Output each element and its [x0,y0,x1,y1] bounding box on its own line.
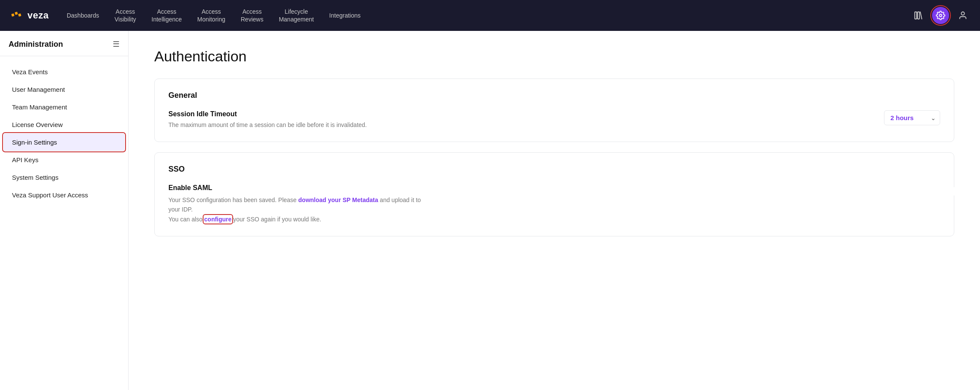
general-card: General Session Idle Timeout The maximum… [154,79,954,142]
svg-point-7 [961,12,964,15]
sidebar-header: Administration ☰ [0,39,128,56]
nav-lifecycle-management[interactable]: Lifecycle Management [273,4,320,27]
sidebar-item-team-management[interactable]: Team Management [3,98,125,116]
session-idle-label-group: Session Idle Timeout The maximum amount … [168,110,854,130]
nav-access-monitoring[interactable]: Access Monitoring [191,4,231,27]
nav-access-reviews[interactable]: Access Reviews [235,4,270,27]
logo-link[interactable]: veza [9,8,49,23]
enable-saml-description: Your SSO configuration has been saved. P… [168,195,434,224]
page-title: Authentication [154,48,954,65]
sidebar-title: Administration [9,40,63,49]
sso-section-title: SSO [168,165,940,174]
topnav-icon-group [910,7,971,24]
sidebar-item-license-overview[interactable]: License Overview [3,116,125,133]
session-idle-control: 30 minutes 1 hour 2 hours 4 hours 8 hour… [863,110,940,125]
nav-access-intelligence[interactable]: Access Intelligence [146,4,188,27]
svg-rect-5 [917,12,920,19]
sidebar-nav: Veza Events User Management Team Managem… [0,63,128,204]
enable-saml-title: Enable SAML [168,184,932,192]
svg-point-0 [9,8,24,23]
main-content: Authentication General Session Idle Time… [129,31,980,390]
sso-card: SSO Enable SAML Your SSO configuration h… [154,152,954,236]
sidebar-item-system-settings[interactable]: System Settings [3,169,125,186]
library-icon-button[interactable] [910,7,927,24]
configure-sso-link[interactable]: configure [204,216,232,223]
veza-logo-icon [9,8,24,23]
sidebar-item-sign-in-settings[interactable]: Sign-in Settings [3,133,125,151]
user-icon-button[interactable] [954,7,971,24]
session-idle-description: The maximum amount of time a session can… [168,121,408,130]
nav-dashboards[interactable]: Dashboards [61,8,105,23]
sidebar: Administration ☰ Veza Events User Manage… [0,31,129,390]
enable-saml-row: Enable SAML Your SSO configuration has b… [168,184,940,224]
sso-desc-part3: You can also [168,216,204,223]
enable-saml-label-group: Enable SAML Your SSO configuration has b… [168,184,932,224]
sidebar-item-api-keys[interactable]: API Keys [3,151,125,169]
gear-icon [936,11,945,20]
general-section-title: General [168,91,940,100]
session-idle-dropdown[interactable]: 30 minutes 1 hour 2 hours 4 hours 8 hour… [884,110,940,125]
session-idle-dropdown-wrapper: 30 minutes 1 hour 2 hours 4 hours 8 hour… [884,110,940,125]
download-sp-metadata-link[interactable]: download your SP Metadata [298,197,378,203]
sidebar-item-veza-events[interactable]: Veza Events [3,63,125,81]
top-navigation: veza Dashboards Access Visibility Access… [0,0,980,31]
sso-desc-part1: Your SSO configuration has been saved. P… [168,197,298,203]
page-layout: Administration ☰ Veza Events User Manage… [0,31,980,390]
user-icon [958,11,968,20]
session-idle-label: Session Idle Timeout [168,110,854,118]
svg-point-6 [939,14,942,17]
sidebar-menu-icon[interactable]: ☰ [113,39,120,49]
sidebar-item-user-management[interactable]: User Management [3,81,125,98]
settings-icon-button[interactable] [932,7,949,24]
sso-desc-part4: your SSO again if you would like. [231,216,321,223]
svg-rect-4 [915,12,917,19]
session-idle-row: Session Idle Timeout The maximum amount … [168,110,940,130]
nav-integrations[interactable]: Integrations [323,8,366,23]
library-icon [914,11,923,20]
logo-text: veza [27,10,49,21]
sidebar-item-veza-support[interactable]: Veza Support User Access [3,186,125,204]
nav-access-visibility[interactable]: Access Visibility [108,4,142,27]
